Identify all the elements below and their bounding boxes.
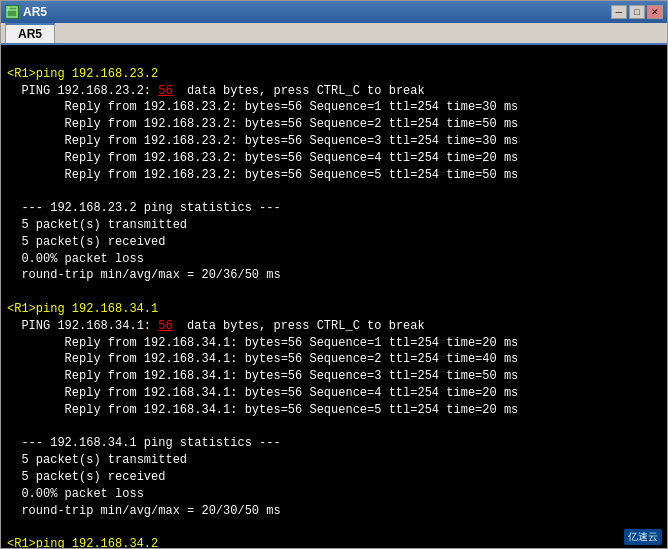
title-bar-left: AR5 — [5, 5, 47, 19]
watermark: 亿速云 — [624, 529, 662, 545]
close-button[interactable]: ✕ — [647, 5, 663, 19]
terminal-content: <R1>ping 192.168.23.2 PING 192.168.23.2:… — [7, 49, 661, 548]
tab-bar: AR5 — [1, 23, 667, 45]
window-title: AR5 — [23, 5, 47, 19]
tab-ar5[interactable]: AR5 — [5, 23, 55, 43]
title-bar: AR5 ─ □ ✕ — [1, 1, 667, 23]
main-window: AR5 ─ □ ✕ AR5 <R1>ping 192.168.23.2 PING… — [0, 0, 668, 549]
minimize-button[interactable]: ─ — [611, 5, 627, 19]
app-icon — [5, 5, 19, 19]
window-outer: AR5 ─ □ ✕ AR5 <R1>ping 192.168.23.2 PING… — [0, 0, 668, 549]
terminal-area[interactable]: <R1>ping 192.168.23.2 PING 192.168.23.2:… — [1, 45, 667, 548]
title-bar-buttons[interactable]: ─ □ ✕ — [611, 5, 663, 19]
maximize-button[interactable]: □ — [629, 5, 645, 19]
